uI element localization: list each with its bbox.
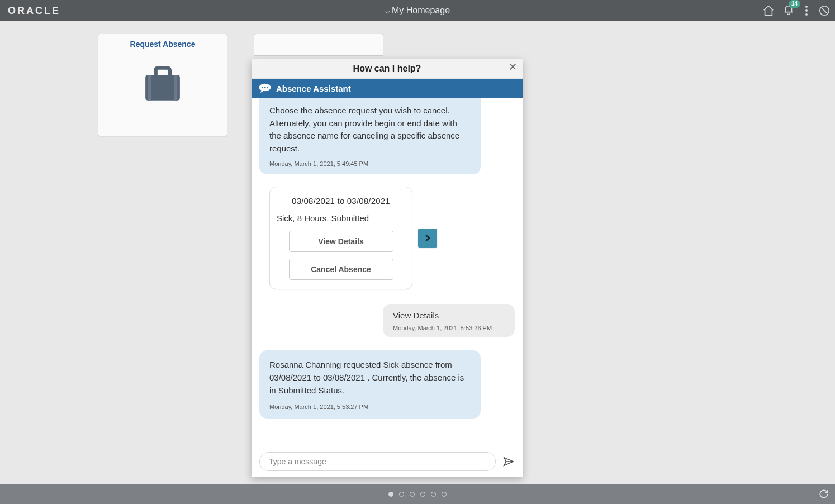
absence-card: 03/08/2021 to 03/08/2021 Sick, 8 Hours, … xyxy=(269,187,412,289)
assistant-name: Absence Assistant xyxy=(276,84,351,93)
absence-card-carousel: 03/08/2021 to 03/08/2021 Sick, 8 Hours, … xyxy=(269,187,515,289)
page-dot[interactable] xyxy=(442,492,447,497)
chat-input[interactable] xyxy=(259,452,496,471)
absence-card-dates: 03/08/2021 to 03/08/2021 xyxy=(277,196,405,206)
chat-modal: How can I help? ✕ Absence Assistant Choo… xyxy=(252,59,523,477)
chat-modal-title: How can I help? xyxy=(353,64,421,74)
bottom-bar xyxy=(0,484,835,504)
assistant-title-bar: Absence Assistant xyxy=(252,79,523,98)
notifications-button[interactable]: 14 xyxy=(782,3,795,18)
absence-card-summary: Sick, 8 Hours, Submitted xyxy=(277,213,405,223)
bot-message: Choose the absence request you wish to c… xyxy=(259,98,481,174)
notification-count-badge: 14 xyxy=(789,0,800,8)
request-absence-tile[interactable]: Request Absence xyxy=(98,34,227,136)
user-message: View Details Monday, March 1, 2021, 5:53… xyxy=(383,304,515,337)
page-title-text: My Homepage xyxy=(392,6,450,16)
cancel-absence-button[interactable]: Cancel Absence xyxy=(289,259,393,280)
main-area: Request Absence How can I help? ✕ Absenc… xyxy=(0,21,835,484)
chat-compose-row xyxy=(252,446,523,477)
page-dot[interactable] xyxy=(420,492,425,497)
bot-message-text: Choose the absence request you wish to c… xyxy=(269,104,471,155)
user-message-timestamp: Monday, March 1, 2021, 5:53:26 PM xyxy=(393,325,505,331)
close-icon[interactable]: ✕ xyxy=(509,61,517,73)
chat-modal-header: How can I help? ✕ xyxy=(252,59,523,79)
svg-point-5 xyxy=(262,87,263,88)
page-dot[interactable] xyxy=(399,492,404,497)
tile-title: Request Absence xyxy=(98,40,227,49)
suitcase-icon xyxy=(140,64,185,103)
hidden-tile-peek xyxy=(254,34,383,56)
send-icon[interactable] xyxy=(502,455,515,468)
svg-point-7 xyxy=(267,87,268,88)
bot-message-timestamp: Monday, March 1, 2021, 5:53:27 PM xyxy=(269,402,471,412)
page-title-dropdown[interactable]: ⌵ My Homepage xyxy=(385,6,450,16)
bot-message: Rosanna Channing requested Sick absence … xyxy=(259,350,481,419)
top-bar: ORACLE ⌵ My Homepage 14 xyxy=(0,0,835,21)
svg-rect-2 xyxy=(148,75,151,101)
chevron-down-icon: ⌵ xyxy=(385,6,390,15)
refresh-icon[interactable] xyxy=(818,488,829,500)
top-actions: 14 xyxy=(762,3,831,18)
chevron-right-icon xyxy=(424,235,431,241)
home-icon[interactable] xyxy=(762,4,775,17)
page-dot[interactable] xyxy=(431,492,436,497)
page-dot[interactable] xyxy=(388,492,393,497)
nav-circle-icon[interactable] xyxy=(818,4,831,17)
oracle-logo: ORACLE xyxy=(8,5,60,17)
view-details-button[interactable]: View Details xyxy=(289,231,393,252)
bot-message-timestamp: Monday, March 1, 2021, 5:49:45 PM xyxy=(269,159,471,169)
kebab-menu[interactable] xyxy=(803,4,810,17)
bot-message-text: Rosanna Channing requested Sick absence … xyxy=(269,358,471,397)
chat-bubble-icon xyxy=(258,83,272,94)
chat-body[interactable]: Choose the absence request you wish to c… xyxy=(252,98,523,446)
page-dot[interactable] xyxy=(410,492,415,497)
user-message-text: View Details xyxy=(393,311,505,320)
page-dots xyxy=(388,492,447,497)
svg-point-6 xyxy=(264,87,266,88)
svg-rect-3 xyxy=(174,75,178,101)
carousel-next-button[interactable] xyxy=(418,229,437,248)
